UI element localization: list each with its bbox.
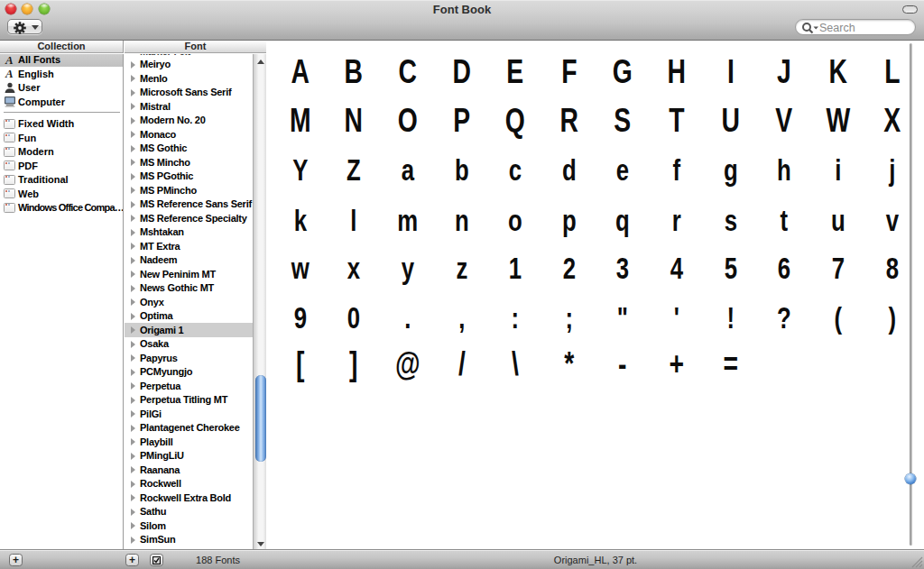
svg-text:A: A bbox=[5, 54, 14, 66]
svg-text:A: A bbox=[5, 68, 14, 79]
